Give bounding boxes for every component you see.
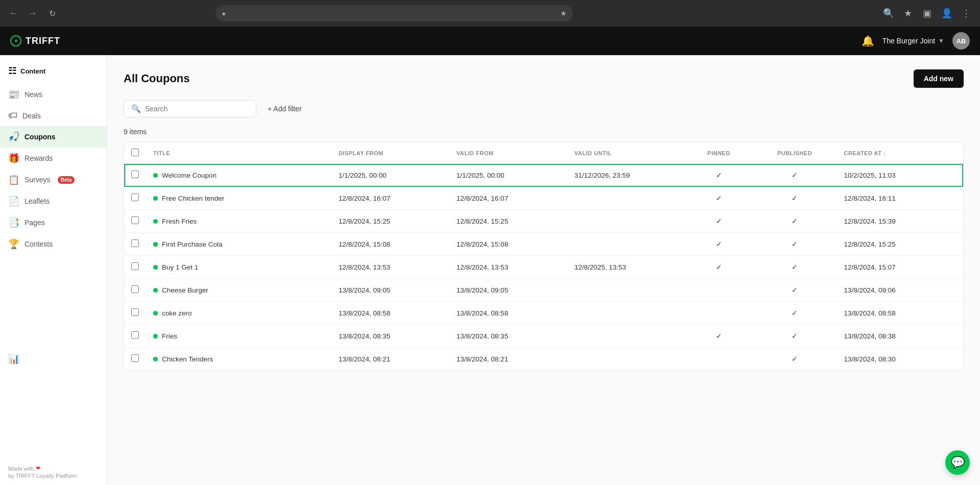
add-filter-button[interactable]: + Add filter xyxy=(262,101,307,116)
item-count: 9 items xyxy=(124,128,964,136)
sidebar-item-analytics[interactable]: 📊 xyxy=(8,348,99,370)
row-title: Cheese Burger xyxy=(146,279,331,302)
row-created-at: 12/8/2024, 16:11 xyxy=(837,187,963,210)
header-pinned-col: PINNED xyxy=(685,142,753,164)
row-valid-from: 13/8/2024, 08:58 xyxy=(449,302,567,325)
row-checkbox[interactable] xyxy=(131,193,139,201)
row-checkbox[interactable] xyxy=(131,331,139,339)
row-title: Fresh Fries xyxy=(146,210,331,233)
table-row[interactable]: Free Chicken tender12/8/2024, 16:0712/8/… xyxy=(124,187,963,210)
row-pinned: ✓ xyxy=(685,256,753,279)
sidebar-item-leaflets[interactable]: 📄 Leaflets xyxy=(0,190,107,212)
table-row[interactable]: Buy 1 Get 112/8/2024, 13:5312/8/2024, 13… xyxy=(124,256,963,279)
table-row[interactable]: Welcome Coupon1/1/2025, 00:001/1/2025, 0… xyxy=(124,164,963,187)
filters-bar: 🔍 + Add filter xyxy=(124,100,964,117)
rewards-icon: 🎁 xyxy=(8,153,19,164)
row-checkbox[interactable] xyxy=(131,239,139,247)
sort-desc-icon: ↓ xyxy=(883,150,887,156)
row-created-at: 10/2/2025, 11:03 xyxy=(837,164,963,187)
sidebar: ☷ Content 📰 News 🏷 Deals 🎣 Coupons 🎁 xyxy=(0,55,107,485)
row-published: ✓ xyxy=(753,325,837,348)
row-valid-from: 12/8/2024, 16:07 xyxy=(449,187,567,210)
refresh-button[interactable]: ↻ xyxy=(45,6,59,20)
table-row[interactable]: First Purchase Cola12/8/2024, 15:0812/8/… xyxy=(124,233,963,256)
status-dot xyxy=(153,242,158,247)
row-display-from: 13/8/2024, 09:05 xyxy=(331,279,449,302)
select-all-checkbox[interactable] xyxy=(131,149,139,156)
row-created-at: 12/8/2024, 15:25 xyxy=(837,233,963,256)
tenant-selector[interactable]: The Burger Joint ▼ xyxy=(882,37,944,45)
search-input[interactable] xyxy=(145,105,249,113)
by-text: by TRIFFT Loyalty Platform xyxy=(8,473,77,479)
row-display-from: 13/8/2024, 08:21 xyxy=(331,348,449,371)
row-checkbox[interactable] xyxy=(131,216,139,224)
status-dot xyxy=(153,196,158,201)
row-checkbox[interactable] xyxy=(131,354,139,362)
search-icon: 🔍 xyxy=(131,104,141,113)
header-created-at-col[interactable]: CREATED AT ↓ xyxy=(837,142,963,164)
row-valid-until: 31/12/2026, 23:59 xyxy=(567,164,685,187)
sidebar-item-label: Leaflets xyxy=(25,197,50,205)
sidebar-item-rewards[interactable]: 🎁 Rewards xyxy=(0,148,107,169)
sidebar-item-news[interactable]: 📰 News xyxy=(0,84,107,105)
profile-button[interactable]: 👤 xyxy=(939,6,954,21)
coupons-table: TITLE DISPLAY FROM VALID FROM VALID UNTI… xyxy=(124,142,964,371)
notification-bell[interactable]: 🔔 xyxy=(862,35,874,47)
row-checkbox[interactable] xyxy=(131,171,139,178)
coupons-icon: 🎣 xyxy=(8,131,19,142)
address-bar: ● app.trifft.io/cacitokiy/content/coupon… xyxy=(216,5,573,21)
zoom-button[interactable]: 🔍 xyxy=(881,6,896,21)
app-wrapper: ✦ TRIFFT 🔔 The Burger Joint ▼ AB ☷ Conte… xyxy=(0,27,980,485)
menu-button[interactable]: ⋮ xyxy=(959,6,974,21)
sidebar-item-deals[interactable]: 🏷 Deals xyxy=(0,105,107,126)
sidebar-item-coupons[interactable]: 🎣 Coupons xyxy=(0,126,107,148)
page-header: All Coupons Add new xyxy=(124,69,964,88)
sidebar-item-contests[interactable]: 🏆 Contests xyxy=(0,233,107,255)
sidebar-item-label: Surveys xyxy=(25,176,51,184)
add-new-button[interactable]: Add new xyxy=(914,69,964,88)
sidebar-item-label: Deals xyxy=(22,112,41,120)
row-created-at: 13/8/2024, 09:06 xyxy=(837,279,963,302)
sidebar-item-pages[interactable]: 📑 Pages xyxy=(0,212,107,233)
chat-widget[interactable]: 💬 xyxy=(945,450,970,475)
row-pinned xyxy=(685,302,753,325)
table-row[interactable]: Fries13/8/2024, 08:3513/8/2024, 08:35✓✓1… xyxy=(124,325,963,348)
table-row[interactable]: coke zero13/8/2024, 08:5813/8/2024, 08:5… xyxy=(124,302,963,325)
table-row[interactable]: Fresh Fries12/8/2024, 15:2512/8/2024, 15… xyxy=(124,210,963,233)
row-valid-until xyxy=(567,302,685,325)
row-valid-from: 12/8/2024, 13:53 xyxy=(449,256,567,279)
bookmark-button[interactable]: ★ xyxy=(900,6,916,21)
row-checkbox[interactable] xyxy=(131,308,139,316)
url-input[interactable]: app.trifft.io/cacitokiy/content/coupons xyxy=(230,10,556,17)
row-valid-from: 13/8/2024, 09:05 xyxy=(449,279,567,302)
status-dot xyxy=(153,265,158,270)
table-row[interactable]: Chicken Tenders13/8/2024, 08:2113/8/2024… xyxy=(124,348,963,371)
browser-actions: 🔍 ★ ▣ 👤 ⋮ xyxy=(881,6,974,21)
header-published-col: PUBLISHED xyxy=(753,142,837,164)
tab-button[interactable]: ▣ xyxy=(920,6,935,21)
row-title: Buy 1 Get 1 xyxy=(146,256,331,279)
browser-chrome: ← → ↻ ● app.trifft.io/cacitokiy/content/… xyxy=(0,0,980,27)
row-published: ✓ xyxy=(753,164,837,187)
made-with-text: Made with xyxy=(8,466,34,472)
row-valid-until xyxy=(567,279,685,302)
search-box: 🔍 xyxy=(124,100,256,117)
sidebar-item-label: Coupons xyxy=(25,133,56,141)
forward-button[interactable]: → xyxy=(26,6,40,20)
table-row[interactable]: Cheese Burger13/8/2024, 09:0513/8/2024, … xyxy=(124,279,963,302)
row-valid-from: 12/8/2024, 15:08 xyxy=(449,233,567,256)
row-title: Chicken Tenders xyxy=(146,348,331,371)
table-header-row: TITLE DISPLAY FROM VALID FROM VALID UNTI… xyxy=(124,142,963,164)
row-published: ✓ xyxy=(753,187,837,210)
sidebar-section-title: Content xyxy=(20,67,45,75)
row-published: ✓ xyxy=(753,279,837,302)
back-button[interactable]: ← xyxy=(6,6,20,20)
row-valid-from: 1/1/2025, 00:00 xyxy=(449,164,567,187)
row-created-at: 12/8/2024, 15:39 xyxy=(837,210,963,233)
row-display-from: 13/8/2024, 08:35 xyxy=(331,325,449,348)
row-checkbox[interactable] xyxy=(131,285,139,293)
row-checkbox[interactable] xyxy=(131,262,139,270)
sidebar-item-surveys[interactable]: 📋 Surveys Beta xyxy=(0,169,107,190)
chevron-down-icon: ▼ xyxy=(938,37,944,44)
row-valid-from: 13/8/2024, 08:35 xyxy=(449,325,567,348)
